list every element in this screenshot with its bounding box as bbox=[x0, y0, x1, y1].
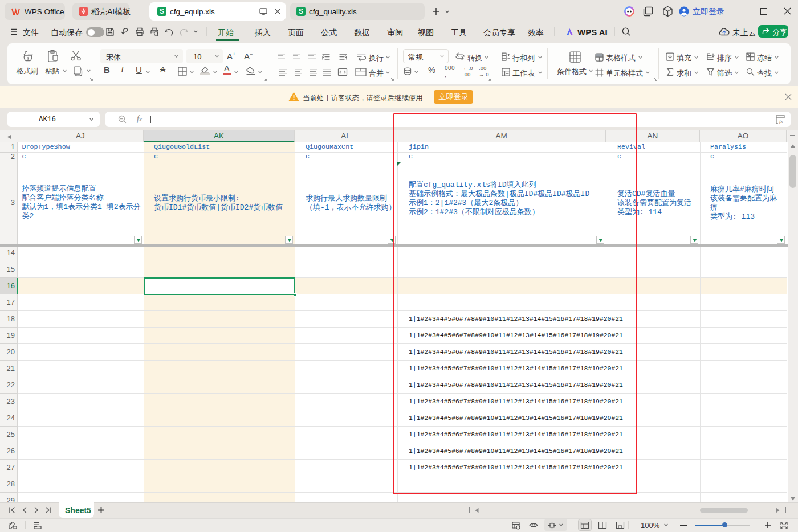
svg-text:fx: fx bbox=[779, 118, 783, 124]
